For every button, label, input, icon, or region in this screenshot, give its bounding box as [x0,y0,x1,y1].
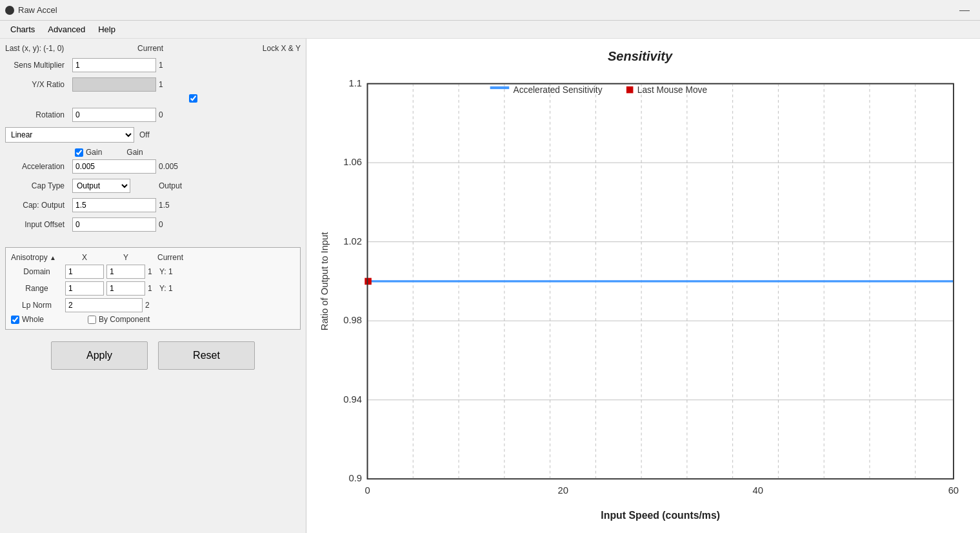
lock-label: Lock X & Y [263,44,301,53]
aniso-header: Anisotropy ▲ X Y Current [11,253,295,262]
svg-text:40: 40 [753,485,763,496]
aniso-range-row: Range 1 Y: 1 [11,281,295,296]
menu-help[interactable]: Help [93,23,121,35]
aniso-domain-label: Domain [11,267,63,276]
app-title: Raw Accel [18,5,57,15]
svg-text:20: 20 [557,485,568,496]
buttons-row: Apply Reset [5,341,301,370]
lp-norm-current: 2 [145,301,184,310]
svg-text:Ratio of Output to Input: Ratio of Output to Input [319,232,330,331]
by-component-checkbox[interactable] [88,316,96,324]
accel-mode-current: Off [139,130,150,139]
title-bar-left: Raw Accel [5,5,57,15]
input-offset-label: Input Offset [5,220,70,229]
anisotropy-box: Anisotropy ▲ X Y Current Domain 1 Y: 1 R… [5,247,301,330]
gain-row: Gain Gain [5,148,301,157]
svg-text:1.02: 1.02 [343,236,362,246]
svg-text:0.9: 0.9 [349,473,363,483]
cap-type-row: Cap Type Output Input Both Output [5,179,301,193]
last-coords: Last (x, y): (-1, 0) [5,44,64,53]
cap-output-input[interactable] [72,198,156,212]
app-icon [5,6,14,15]
svg-text:Accelerated Sensitivity: Accelerated Sensitivity [514,85,603,95]
aniso-domain-x-input[interactable] [65,265,104,279]
svg-text:60: 60 [948,485,959,496]
menu-charts[interactable]: Charts [5,23,40,35]
chart-container: 1.1 1.06 1.02 0.98 0.94 0.9 0 20 40 60 R… [313,69,967,533]
gain-checkbox[interactable] [75,148,83,157]
cap-type-select[interactable]: Output Input Both [72,179,130,193]
aniso-domain-y-input[interactable] [106,265,145,279]
yx-ratio-label: Y/X Ratio [5,80,70,89]
aniso-range-y-input[interactable] [106,281,145,296]
lp-norm-input[interactable] [65,298,143,312]
aniso-title: Anisotropy ▲ [11,253,63,262]
aniso-domain-row: Domain 1 Y: 1 [11,265,295,279]
cap-output-current: 1.5 [159,201,210,210]
svg-text:1.06: 1.06 [343,157,362,167]
lock-xy-checkbox[interactable] [189,94,197,103]
main-area: Last (x, y): (-1, 0) Current Lock X & Y … [0,39,980,533]
aniso-col-current: Current [148,253,193,262]
cap-output-label: Cap: Output [5,201,70,210]
reset-button[interactable]: Reset [158,341,255,370]
svg-text:Last Mouse Move: Last Mouse Move [637,85,708,95]
svg-text:Input Speed (counts/ms): Input Speed (counts/ms) [601,510,720,521]
cap-output-row: Cap: Output 1.5 [5,198,301,212]
cap-type-select-row: Output Input Both [72,179,156,193]
input-offset-input[interactable] [72,217,156,232]
accel-mode-select[interactable]: Linear Classic Jump Natural Synchronous … [5,127,134,143]
svg-rect-31 [365,278,372,285]
acceleration-label: Acceleration [5,162,70,171]
input-offset-current: 0 [159,220,210,229]
svg-text:0.98: 0.98 [343,315,362,325]
aniso-range-x-input[interactable] [65,281,104,296]
aniso-range-label: Range [11,284,63,293]
aniso-domain-current: 1 Y: 1 [148,267,193,276]
current-label: Current [137,44,163,53]
acceleration-row: Acceleration 0.005 [5,159,301,174]
svg-rect-32 [490,86,510,89]
by-component-label: By Component [88,315,150,324]
svg-text:1.1: 1.1 [349,78,363,88]
aniso-sort-icon[interactable]: ▲ [50,254,56,261]
menu-bar: Charts Advanced Help [0,21,980,39]
minimize-button[interactable]: — [954,5,975,16]
cap-type-current: Output [159,181,210,190]
sens-multiplier-row: Sens Multiplier 1 [5,58,301,72]
aniso-range-current: 1 Y: 1 [148,284,193,293]
lp-norm-label: Lp Norm [11,301,63,310]
aniso-col-x: X [65,253,104,262]
rotation-current: 0 [159,110,197,119]
aniso-col-y: Y [106,253,145,262]
yx-ratio-current: 1 [159,80,197,89]
svg-text:0: 0 [365,485,370,496]
gain-current: Gain [126,148,143,157]
lp-norm-row: Lp Norm 2 [11,298,295,312]
rotation-input[interactable] [72,108,156,122]
yx-ratio-input [72,77,156,92]
title-bar: Raw Accel — [0,0,980,21]
right-panel: Sensitivity [306,39,980,533]
sens-multiplier-input[interactable] [72,58,156,72]
whole-label: Whole [11,315,44,324]
input-offset-row: Input Offset 0 [5,217,301,232]
rotation-label: Rotation [5,110,70,119]
chart-title: Sensitivity [608,49,672,64]
svg-text:0.94: 0.94 [343,394,362,405]
yx-ratio-row: Y/X Ratio 1 [5,77,301,103]
cap-type-label: Cap Type [5,181,70,190]
apply-button[interactable]: Apply [51,341,148,370]
acceleration-current: 0.005 [159,162,210,171]
whole-row: Whole By Component [11,315,295,324]
sens-multiplier-label: Sens Multiplier [5,61,70,70]
sens-multiplier-current: 1 [159,61,197,70]
whole-checkbox[interactable] [11,316,19,324]
accel-mode-row: Linear Classic Jump Natural Synchronous … [5,127,301,143]
menu-advanced[interactable]: Advanced [43,23,90,35]
rotation-row: Rotation 0 [5,108,301,122]
left-panel: Last (x, y): (-1, 0) Current Lock X & Y … [0,39,306,533]
svg-rect-34 [626,86,634,94]
gain-label: Gain [75,148,102,157]
acceleration-input[interactable] [72,159,156,174]
